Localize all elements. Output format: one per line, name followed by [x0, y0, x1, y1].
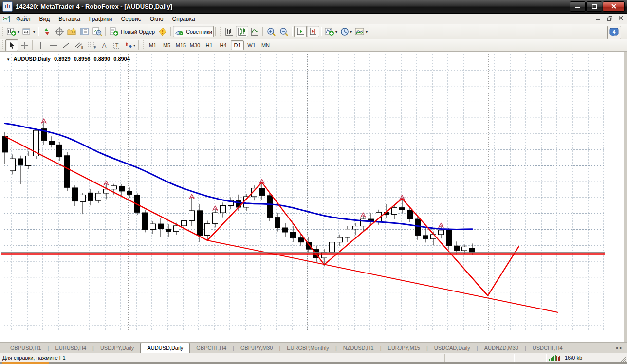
menu-item-0[interactable]: Файл — [12, 15, 35, 23]
menu-item-3[interactable]: Графики — [85, 15, 117, 23]
auto-scroll-button[interactable] — [294, 26, 307, 37]
chart-tab-gbpjpy-m30[interactable]: GBPJPY,M30 — [234, 344, 279, 353]
vertical-line-tool-button[interactable] — [35, 39, 47, 51]
mdi-minimize-button[interactable] — [594, 15, 603, 22]
navigator-button[interactable] — [66, 26, 78, 37]
periods-button[interactable]: ▾ — [339, 26, 353, 37]
text-tool-button[interactable]: A — [98, 39, 111, 51]
line-chart-mode-button[interactable] — [248, 26, 261, 37]
toolbar-grip[interactable] — [219, 27, 222, 36]
chevron-down-icon: ▾ — [18, 30, 19, 34]
timeframe-m15-button[interactable]: M15 — [174, 40, 187, 50]
tab-scroll-right-icon: ▸ — [620, 345, 624, 350]
zoom-in-button[interactable] — [265, 26, 277, 37]
toolbar-grip[interactable] — [142, 40, 145, 50]
toolbar-grip[interactable] — [1, 40, 4, 50]
cursor-tool-button[interactable] — [5, 39, 18, 51]
tab-scroll-arrows[interactable]: ◂▸ — [615, 345, 624, 350]
chevron-down-icon: ▾ — [335, 30, 337, 34]
menu-bar: ФайлВидВставкаГрафикиСервисОкноСправка — [0, 14, 627, 24]
chevron-down-icon: ▾ — [350, 30, 352, 34]
timeframe-mn-button[interactable]: MN — [259, 40, 272, 50]
channel-letter: E — [81, 46, 83, 49]
crosshair-tool-button[interactable] — [18, 39, 31, 51]
new-chart-button[interactable]: ▾ — [5, 26, 21, 37]
symbol-collapse-icon[interactable]: ▼ — [6, 57, 10, 62]
ohlc-low: 0.8890 — [93, 56, 110, 62]
tab-scroll-left-icon: ◂ — [615, 345, 620, 350]
toolbar-separator — [321, 27, 322, 36]
svg-text:!: ! — [162, 29, 164, 35]
data-window-button[interactable] — [53, 26, 66, 37]
fibonacci-tool-button[interactable]: F — [85, 39, 98, 51]
terminal-button[interactable] — [78, 26, 91, 37]
chart-tab-usdjpy-daily[interactable]: USDJPY,Daily — [94, 344, 141, 353]
chart-tab-eurusd-h4[interactable]: EURUSD,H4 — [49, 344, 92, 353]
chart-tab-audusd-daily[interactable]: AUDUSD,Daily — [140, 343, 190, 353]
label-letter: T — [115, 42, 119, 48]
status-separator — [479, 354, 479, 362]
close-button[interactable] — [603, 1, 625, 12]
price-chart[interactable] — [0, 52, 627, 342]
arrows-tool-button[interactable]: ▾ — [123, 39, 137, 51]
chart-tab-usdchf-h4[interactable]: USDCHF,H4 — [526, 344, 569, 353]
chart-background — [0, 52, 627, 342]
zoom-out-button[interactable] — [277, 26, 290, 37]
timeframe-m1-button[interactable]: M1 — [146, 40, 159, 50]
channel-tool-button[interactable]: E — [73, 39, 85, 51]
menu-item-4[interactable]: Сервис — [117, 15, 146, 23]
chart-shift-button[interactable] — [307, 26, 319, 37]
expert-advisors-label: Советники — [186, 29, 212, 35]
new-order-button[interactable]: Новый Ордер — [108, 26, 156, 37]
fibo-letter: F — [94, 46, 96, 49]
chart-area[interactable]: ▼ AUDUSD,Daily 0.8929 0.8956 0.8890 0.89… — [0, 52, 627, 342]
menu-item-2[interactable]: Вставка — [54, 15, 85, 23]
chart-tab-usdcad-daily[interactable]: USDCAD,Daily — [428, 344, 477, 353]
bar-chart-mode-button[interactable] — [223, 26, 236, 37]
chart-tab-gbpusd-h1[interactable]: GBPUSD,H1 — [4, 344, 48, 353]
mdi-restore-button[interactable] — [606, 15, 614, 22]
text-label-tool-button[interactable]: T — [111, 39, 123, 51]
community-button[interactable]: 4 — [607, 26, 621, 39]
timeframe-m5-button[interactable]: M5 — [160, 40, 173, 50]
chart-tab-eurjpy-m15[interactable]: EURJPY,M15 — [382, 344, 426, 353]
mdi-close-button[interactable] — [617, 15, 625, 22]
chart-tab-eurgbp-monthly[interactable]: EURGBP,Monthly — [280, 344, 335, 353]
timeframe-w1-button[interactable]: W1 — [245, 40, 258, 50]
progress-indicator — [2, 362, 49, 364]
timeframe-m30-button[interactable]: M30 — [188, 40, 202, 50]
trendline-tool-button[interactable] — [60, 39, 73, 51]
toolbar-separator — [170, 27, 171, 36]
market-watch-button[interactable] — [40, 26, 53, 37]
chart-tab-audnzd-m30[interactable]: AUDNZD,M30 — [478, 344, 525, 353]
templates-button[interactable]: ▾ — [353, 26, 369, 37]
traffic-counter: 16/0 kb — [565, 355, 582, 361]
timeframe-h1-button[interactable]: H1 — [203, 40, 216, 50]
status-bar: Для справки, нажмите F1 16/0 kb — [0, 353, 627, 362]
minimize-button[interactable] — [570, 1, 586, 12]
candlestick-mode-button[interactable] — [236, 26, 248, 37]
title-bar: 142420: MetaTrader 4 - RoboForex - [AUDU… — [0, 0, 627, 14]
timeframe-d1-button[interactable]: D1 — [231, 40, 244, 50]
menu-item-5[interactable]: Окно — [146, 15, 168, 23]
chart-tab-nzdusd-h1[interactable]: NZDUSD,H1 — [337, 344, 380, 353]
menu-item-6[interactable]: Справка — [168, 15, 200, 23]
toolbar-separator — [32, 40, 33, 50]
maximize-button[interactable] — [586, 1, 602, 12]
strategy-tester-button[interactable] — [91, 26, 104, 37]
new-order-label: Новый Ордер — [121, 29, 155, 35]
toolbar-separator — [105, 27, 106, 36]
menu-item-1[interactable]: Вид — [35, 15, 55, 23]
profiles-button[interactable]: ▾ — [21, 26, 37, 37]
expert-advisors-button[interactable]: Советники — [173, 26, 214, 37]
horizontal-line-tool-button[interactable] — [47, 39, 60, 51]
ohlc-close: 0.8904 — [113, 56, 130, 62]
toolbar-grip[interactable] — [1, 27, 4, 36]
standard-toolbar: ▾ ▾ Новый Ордер ! Советники — [0, 24, 627, 39]
timeframe-h4-button[interactable]: H4 — [217, 40, 230, 50]
resize-grip[interactable] — [620, 355, 627, 362]
indicators-button[interactable]: ▾ — [323, 26, 339, 37]
chart-tab-gbpchf-h4[interactable]: GBPCHF,H4 — [190, 344, 233, 353]
ohlc-high: 0.8956 — [74, 56, 91, 62]
metaeditor-button[interactable]: ! — [156, 26, 169, 37]
